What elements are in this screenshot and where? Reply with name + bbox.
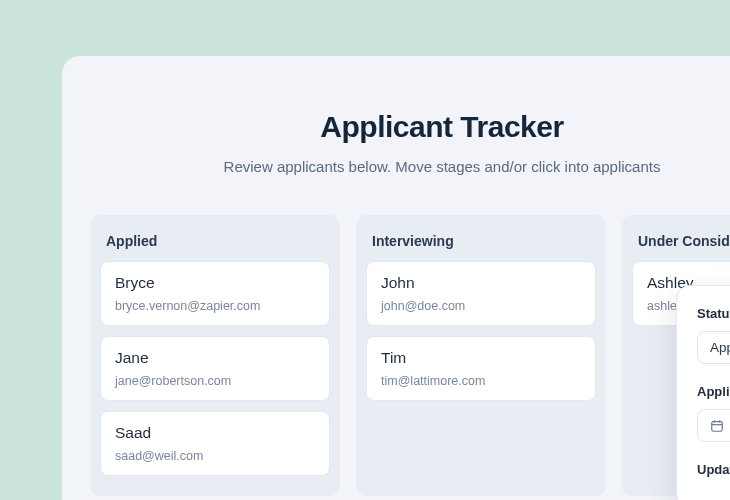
applicant-detail-panel: Status Appl Applied O Updated bbox=[676, 285, 730, 500]
updated-date-label: Updated bbox=[697, 462, 730, 477]
applicant-card[interactable]: Jane jane@robertson.com bbox=[100, 336, 330, 401]
kanban-board: Applied Bryce bryce.vernon@zapier.com Ja… bbox=[90, 215, 730, 496]
applicant-name: Tim bbox=[381, 349, 581, 367]
applied-date-input[interactable]: O bbox=[697, 409, 730, 442]
calendar-icon bbox=[710, 419, 724, 433]
applicant-email: saad@weil.com bbox=[115, 449, 315, 463]
applicant-card[interactable]: John john@doe.com bbox=[366, 261, 596, 326]
svg-rect-0 bbox=[712, 421, 723, 431]
status-select[interactable]: Appl bbox=[697, 331, 730, 364]
status-label: Status bbox=[697, 306, 730, 321]
applicant-card[interactable]: Saad saad@weil.com bbox=[100, 411, 330, 476]
applicant-card[interactable]: Tim tim@lattimore.com bbox=[366, 336, 596, 401]
page-subtitle: Review applicants below. Move stages and… bbox=[90, 158, 730, 175]
applicant-name: Saad bbox=[115, 424, 315, 442]
column-applied[interactable]: Applied Bryce bryce.vernon@zapier.com Ja… bbox=[90, 215, 340, 496]
applicant-name: Bryce bbox=[115, 274, 315, 292]
applicant-name: John bbox=[381, 274, 581, 292]
applicant-card[interactable]: Bryce bryce.vernon@zapier.com bbox=[100, 261, 330, 326]
applied-date-label: Applied bbox=[697, 384, 730, 399]
column-title: Applied bbox=[100, 225, 330, 261]
column-title: Interviewing bbox=[366, 225, 596, 261]
column-title: Under Consideration bbox=[632, 225, 730, 261]
applicant-email: tim@lattimore.com bbox=[381, 374, 581, 388]
applicant-email: john@doe.com bbox=[381, 299, 581, 313]
status-value: Appl bbox=[710, 340, 730, 355]
applicant-email: jane@robertson.com bbox=[115, 374, 315, 388]
app-window: Applicant Tracker Review applicants belo… bbox=[62, 56, 730, 500]
applicant-name: Jane bbox=[115, 349, 315, 367]
applicant-email: bryce.vernon@zapier.com bbox=[115, 299, 315, 313]
column-interviewing[interactable]: Interviewing John john@doe.com Tim tim@l… bbox=[356, 215, 606, 496]
page-title: Applicant Tracker bbox=[90, 110, 730, 144]
